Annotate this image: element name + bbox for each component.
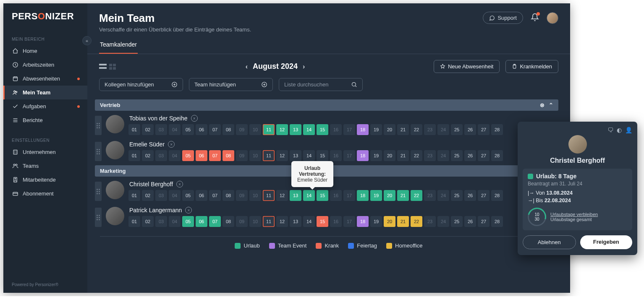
calendar-day[interactable]: 05: [182, 216, 194, 227]
calendar-day[interactable]: 04: [169, 216, 181, 227]
calendar-day[interactable]: 21: [397, 216, 409, 227]
calendar-day[interactable]: 27: [478, 190, 490, 201]
remove-member-button[interactable]: ×: [168, 141, 175, 148]
calendar-day[interactable]: 02: [142, 190, 154, 201]
drag-handle[interactable]: [95, 116, 102, 135]
calendar-day[interactable]: 20: [384, 150, 395, 161]
person-icon[interactable]: 👤: [625, 127, 632, 133]
sidebar-item-teams[interactable]: Teams: [3, 159, 87, 173]
calendar-day[interactable]: 17: [343, 124, 355, 135]
calendar-day[interactable]: 22: [411, 190, 422, 201]
calendar-day[interactable]: 05: [182, 150, 194, 161]
support-button[interactable]: Support: [483, 12, 523, 24]
calendar-day[interactable]: 17: [343, 150, 355, 161]
calendar-day[interactable]: 16: [330, 124, 342, 135]
comment-icon[interactable]: 🗨: [607, 127, 613, 133]
tab-teamcalendar[interactable]: Teamkalender: [99, 37, 138, 54]
member-avatar[interactable]: [106, 141, 124, 159]
calendar-day[interactable]: 24: [437, 124, 449, 135]
calendar-day[interactable]: 10: [249, 150, 261, 161]
calendar-day[interactable]: 08: [223, 190, 234, 201]
calendar-day[interactable]: 01: [128, 190, 140, 201]
calendar-day[interactable]: 22: [411, 150, 422, 161]
calendar-day[interactable]: 24: [437, 150, 449, 161]
close-icon[interactable]: ⊗: [540, 102, 545, 108]
calendar-day[interactable]: 26: [464, 216, 476, 227]
calendar-day[interactable]: 14: [303, 150, 315, 161]
calendar-day[interactable]: 03: [155, 124, 167, 135]
calendar-day[interactable]: 11: [263, 190, 275, 201]
calendar-day[interactable]: 12: [276, 150, 288, 161]
report-sick-button[interactable]: Krankmelden: [505, 60, 558, 73]
sidebar-item-abwesenheiten[interactable]: Abwesenheiten: [3, 72, 87, 86]
calendar-day[interactable]: 25: [451, 124, 463, 135]
calendar-day[interactable]: 23: [424, 124, 436, 135]
calendar-day[interactable]: 07: [209, 190, 221, 201]
calendar-day[interactable]: 13: [290, 216, 301, 227]
calendar-day[interactable]: 02: [142, 124, 154, 135]
calendar-day[interactable]: 09: [236, 124, 248, 135]
calendar-day[interactable]: 03: [155, 216, 167, 227]
new-absence-button[interactable]: Neue Abwesenheit: [434, 60, 500, 73]
calendar-day[interactable]: 04: [169, 124, 181, 135]
calendar-day[interactable]: 11: [263, 150, 275, 161]
calendar-day[interactable]: 24: [437, 216, 449, 227]
remove-member-button[interactable]: ×: [185, 207, 192, 214]
member-avatar[interactable]: [106, 115, 124, 133]
sidebar-item-abonnement[interactable]: Abonnement: [3, 187, 87, 201]
calendar-day[interactable]: 16: [330, 216, 342, 227]
calendar-day[interactable]: 27: [478, 150, 490, 161]
sidebar-item-home[interactable]: Home: [3, 44, 87, 58]
calendar-day[interactable]: 13: [290, 150, 301, 161]
calendar-day[interactable]: 21: [397, 150, 409, 161]
calendar-day[interactable]: 04: [169, 150, 181, 161]
calendar-day[interactable]: 26: [464, 124, 476, 135]
remove-member-button[interactable]: ×: [191, 115, 198, 122]
calendar-day[interactable]: 15: [317, 150, 328, 161]
add-colleague-button[interactable]: Kollegen hinzufügen: [99, 78, 183, 91]
calendar-day[interactable]: 01: [128, 150, 140, 161]
calendar-day[interactable]: 19: [370, 216, 382, 227]
calendar-day[interactable]: 27: [478, 216, 490, 227]
calendar-day[interactable]: 01: [128, 124, 140, 135]
calendar-day[interactable]: 19: [370, 150, 382, 161]
calendar-day[interactable]: 28: [491, 124, 503, 135]
calendar-day[interactable]: 18: [357, 216, 369, 227]
add-team-button[interactable]: Team hinzufügen: [189, 78, 273, 91]
calendar-day[interactable]: 11: [263, 124, 275, 135]
calendar-day[interactable]: 19: [370, 124, 382, 135]
approve-button[interactable]: Freigeben: [580, 235, 633, 249]
calendar-day[interactable]: 15: [317, 216, 328, 227]
calendar-day[interactable]: 18: [357, 124, 369, 135]
calendar-day[interactable]: 09: [236, 190, 248, 201]
calendar-day[interactable]: 20: [384, 216, 395, 227]
calendar-day[interactable]: 03: [155, 150, 167, 161]
calendar-day[interactable]: 20: [384, 190, 395, 201]
calendar-day[interactable]: 10: [249, 124, 261, 135]
calendar-day[interactable]: 09: [236, 216, 248, 227]
calendar-day[interactable]: 21: [397, 190, 409, 201]
calendar-day[interactable]: 28: [491, 150, 503, 161]
calendar-day[interactable]: 23: [424, 150, 436, 161]
calendar-day[interactable]: 24: [437, 190, 449, 201]
collapse-icon[interactable]: ⌃: [549, 102, 553, 108]
calendar-day[interactable]: 05: [182, 124, 194, 135]
calendar-day[interactable]: 18: [357, 150, 369, 161]
calendar-day[interactable]: 26: [464, 150, 476, 161]
calendar-day[interactable]: 19: [370, 190, 382, 201]
calendar-day[interactable]: 23: [424, 216, 436, 227]
calendar-day[interactable]: 04: [169, 190, 181, 201]
calendar-day[interactable]: 08: [223, 150, 234, 161]
calendar-day[interactable]: 20: [384, 124, 395, 135]
calendar-day[interactable]: 13: [290, 190, 301, 201]
view-toggle[interactable]: [99, 64, 117, 70]
calendar-day[interactable]: 08: [223, 124, 234, 135]
calendar-day[interactable]: 08: [223, 216, 234, 227]
notifications-button[interactable]: [531, 13, 539, 23]
calendar-day[interactable]: 18: [357, 190, 369, 201]
calendar-day[interactable]: 06: [196, 124, 207, 135]
calendar-day[interactable]: 15: [317, 190, 328, 201]
drag-handle[interactable]: [95, 182, 102, 201]
visibility-icon[interactable]: ◐: [617, 127, 622, 133]
calendar-day[interactable]: 17: [343, 216, 355, 227]
